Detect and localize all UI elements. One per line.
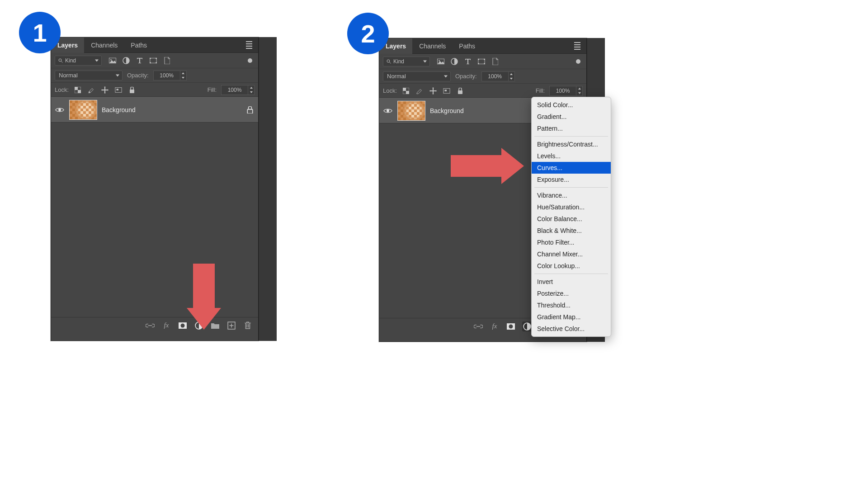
lock-transparency-icon[interactable] [401, 86, 410, 95]
filter-shape-icon[interactable] [477, 57, 486, 66]
filter-kind-select[interactable]: Kind [383, 57, 430, 66]
lock-pixels-icon[interactable] [87, 85, 96, 95]
filter-adjustment-icon[interactable] [122, 56, 131, 65]
filter-toggle-icon[interactable] [574, 57, 583, 66]
filter-toggle-icon[interactable] [245, 56, 255, 65]
menu-item-curves[interactable]: Curves... [532, 162, 611, 174]
layer-effects-icon[interactable]: fx [161, 321, 171, 331]
fill-value: 100% [228, 87, 242, 93]
tab-channels[interactable]: Channels [412, 38, 452, 54]
menu-item-pattern[interactable]: Pattern... [532, 123, 611, 134]
svg-rect-6 [150, 57, 151, 59]
fill-label: Fill: [536, 87, 545, 94]
blend-mode-select[interactable]: Normal [383, 71, 451, 81]
lock-all-icon[interactable] [456, 86, 465, 95]
opacity-stepper[interactable] [509, 71, 515, 81]
menu-item-channel-mixer[interactable]: Channel Mixer... [532, 248, 611, 260]
tab-label-channels: Channels [419, 43, 446, 50]
filter-pixel-icon[interactable] [108, 56, 117, 65]
layer-effects-icon[interactable]: fx [490, 322, 500, 331]
filter-pixel-icon[interactable] [436, 57, 445, 66]
menu-item-exposure[interactable]: Exposure... [532, 174, 611, 185]
delete-layer-icon[interactable] [243, 321, 253, 331]
panel-outer-frame: Layers Channels Paths Kind [51, 37, 277, 341]
link-layers-icon[interactable] [473, 322, 483, 331]
fill-stepper[interactable] [248, 85, 255, 95]
fill-input[interactable]: 100% [549, 86, 576, 96]
filter-type-icon[interactable] [463, 57, 472, 66]
layer-mask-icon[interactable] [178, 321, 188, 331]
lock-all-icon[interactable] [127, 85, 137, 95]
fill-input[interactable]: 100% [221, 85, 248, 95]
search-icon [58, 58, 63, 63]
filter-type-icon[interactable] [135, 56, 144, 65]
visibility-toggle-icon[interactable] [55, 105, 65, 115]
opacity-input[interactable]: 100% [153, 71, 180, 80]
menu-item-black-white[interactable]: Black & White... [532, 225, 611, 236]
lock-pixels-icon[interactable] [415, 86, 424, 95]
menu-item-solid-color[interactable]: Solid Color... [532, 99, 611, 111]
blend-row: Normal Opacity: 100% [379, 69, 586, 84]
menu-separator [534, 136, 608, 137]
lock-row: Lock: Fill: 100% [379, 84, 586, 98]
svg-rect-32 [478, 63, 479, 64]
menu-item-hue-saturation[interactable]: Hue/Saturation... [532, 201, 611, 213]
tutorial-step-2: 2 Layers Channels Paths Kind [366, 18, 610, 344]
layer-thumbnail[interactable] [397, 101, 425, 121]
link-layers-icon[interactable] [145, 321, 155, 331]
tab-channels[interactable]: Channels [84, 38, 124, 53]
new-layer-icon[interactable] [226, 321, 236, 331]
layer-mask-icon[interactable] [506, 322, 516, 331]
blend-mode-select[interactable]: Normal [55, 71, 123, 80]
panel-menu-icon[interactable] [571, 40, 584, 52]
menu-item-threshold[interactable]: Threshold... [532, 299, 611, 311]
svg-point-24 [387, 60, 390, 62]
lock-row: Lock: Fill: 100% [51, 83, 258, 97]
panel-tabs: Layers Channels Paths [51, 38, 258, 53]
menu-item-photo-filter[interactable]: Photo Filter... [532, 236, 611, 248]
opacity-label: Opacity: [455, 73, 477, 80]
opacity-value: 100% [488, 73, 502, 80]
layer-list: Background [51, 97, 258, 317]
lock-transparency-icon[interactable] [73, 85, 82, 95]
tab-label-channels: Channels [91, 42, 118, 49]
opacity-stepper[interactable] [180, 71, 187, 80]
filter-smartobject-icon[interactable] [491, 57, 500, 66]
lock-artboard-icon[interactable] [442, 86, 451, 95]
menu-item-color-balance[interactable]: Color Balance... [532, 213, 611, 225]
lock-position-icon[interactable] [429, 86, 438, 95]
menu-item-brightness-contrast[interactable]: Brightness/Contrast... [532, 138, 611, 150]
blend-mode-value: Normal [387, 73, 406, 80]
filter-shape-icon[interactable] [149, 56, 158, 65]
filter-smartobject-icon[interactable] [162, 56, 171, 65]
fill-stepper[interactable] [576, 86, 583, 96]
layer-filter-row: Kind [379, 54, 586, 69]
menu-item-gradient-map[interactable]: Gradient Map... [532, 311, 611, 323]
visibility-toggle-icon[interactable] [383, 106, 393, 116]
panel-menu-icon[interactable] [243, 39, 255, 52]
menu-item-color-lookup[interactable]: Color Lookup... [532, 260, 611, 272]
layer-thumbnail[interactable] [69, 100, 97, 120]
menu-item-vibrance[interactable]: Vibrance... [532, 189, 611, 201]
panel-tabs: Layers Channels Paths [379, 38, 586, 54]
tab-paths[interactable]: Paths [452, 38, 481, 54]
layer-row-background[interactable]: Background [51, 97, 258, 123]
new-adjustment-layer-menu[interactable]: Solid Color...Gradient...Pattern...Brigh… [531, 97, 611, 337]
svg-rect-17 [247, 109, 252, 113]
filter-kind-select[interactable]: Kind [55, 56, 102, 66]
menu-item-gradient[interactable]: Gradient... [532, 111, 611, 123]
lock-artboard-icon[interactable] [114, 85, 123, 95]
filter-adjustment-icon[interactable] [450, 57, 459, 66]
tab-label-paths: Paths [131, 42, 147, 49]
menu-item-levels[interactable]: Levels... [532, 150, 611, 162]
callout-arrow-right [451, 148, 528, 184]
menu-item-posterize[interactable]: Posterize... [532, 288, 611, 299]
opacity-input[interactable]: 100% [481, 71, 509, 81]
tab-paths[interactable]: Paths [124, 38, 153, 53]
menu-item-invert[interactable]: Invert [532, 276, 611, 288]
panel-outer-frame: Layers Channels Paths Kind [379, 38, 605, 342]
svg-rect-11 [75, 87, 78, 90]
adjustment-layer-icon[interactable] [522, 322, 532, 331]
menu-item-selective-color[interactable]: Selective Color... [532, 323, 611, 335]
lock-position-icon[interactable] [100, 85, 109, 95]
